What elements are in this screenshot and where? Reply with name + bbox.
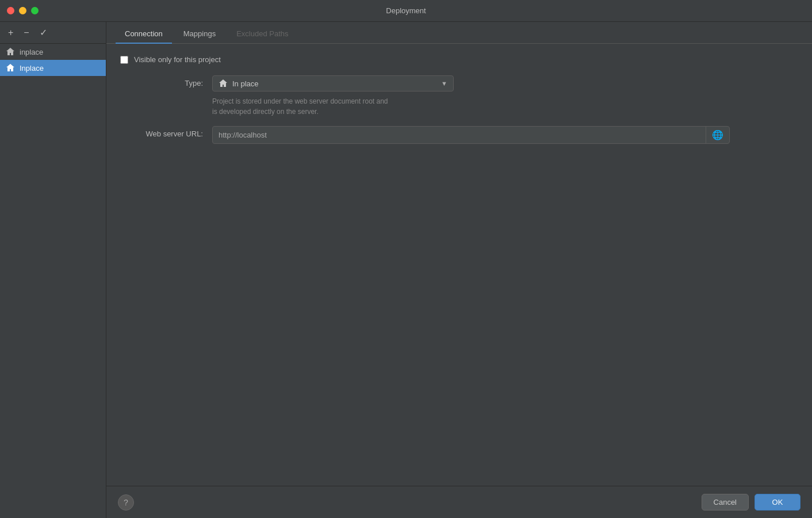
sidebar-item-label: inplace [20,48,43,56]
sidebar-item-inplace-upper[interactable]: Inplace [0,60,106,76]
type-dropdown-left: In place [219,79,259,88]
visible-only-checkbox[interactable] [120,56,128,64]
close-button[interactable] [7,7,14,14]
title-bar: Deployment [0,0,812,22]
type-control-wrap: In place ▼ Project is stored under the w… [212,75,798,117]
sidebar-toolbar: + − ✓ [0,22,106,44]
ok-button[interactable]: OK [754,494,800,511]
visible-only-label: Visible only for this project [134,55,221,64]
minimize-button[interactable] [19,7,26,14]
type-house-icon [219,79,228,88]
type-row: Type: In place ▼ Project is stored under… [120,75,798,117]
confirm-button[interactable]: ✓ [37,26,49,39]
add-button[interactable]: + [6,26,16,39]
tabs-bar: Connection Mappings Excluded Paths [106,22,812,44]
url-input-wrap: 🌐 [212,126,730,144]
content-area: Connection Mappings Excluded Paths Visib… [106,22,812,518]
sidebar-item-label-selected: Inplace [20,64,44,73]
tab-connection[interactable]: Connection [116,25,172,44]
bottom-bar: ? Cancel OK [106,486,812,518]
remove-button[interactable]: − [21,26,31,39]
help-button[interactable]: ? [118,494,134,511]
window-title: Deployment [386,6,426,15]
house-icon-selected [6,63,15,73]
type-value: In place [232,79,259,88]
type-label: Type: [120,75,212,87]
tab-excluded-paths[interactable]: Excluded Paths [227,25,297,44]
form-area: Visible only for this project Type: In p… [106,44,812,486]
web-server-url-input[interactable] [213,127,706,143]
web-server-url-row: Web server URL: 🌐 [120,126,798,144]
globe-button[interactable]: 🌐 [706,127,729,143]
house-icon [6,47,15,56]
tab-mappings[interactable]: Mappings [174,25,225,44]
web-server-url-label: Web server URL: [120,126,212,138]
sidebar: + − ✓ inplace Inplace [0,22,106,518]
maximize-button[interactable] [31,7,39,14]
window-controls [7,7,39,14]
sidebar-item-inplace-lower[interactable]: inplace [0,44,106,60]
dropdown-arrow-icon: ▼ [441,80,447,87]
visible-only-row: Visible only for this project [120,55,798,64]
sidebar-items: inplace Inplace [0,44,106,518]
bottom-actions: Cancel OK [702,494,800,511]
type-dropdown[interactable]: In place ▼ [212,75,454,92]
cancel-button[interactable]: Cancel [702,494,749,511]
main-layout: + − ✓ inplace Inplace Connection [0,22,812,518]
type-description: Project is stored under the web server d… [212,96,557,117]
